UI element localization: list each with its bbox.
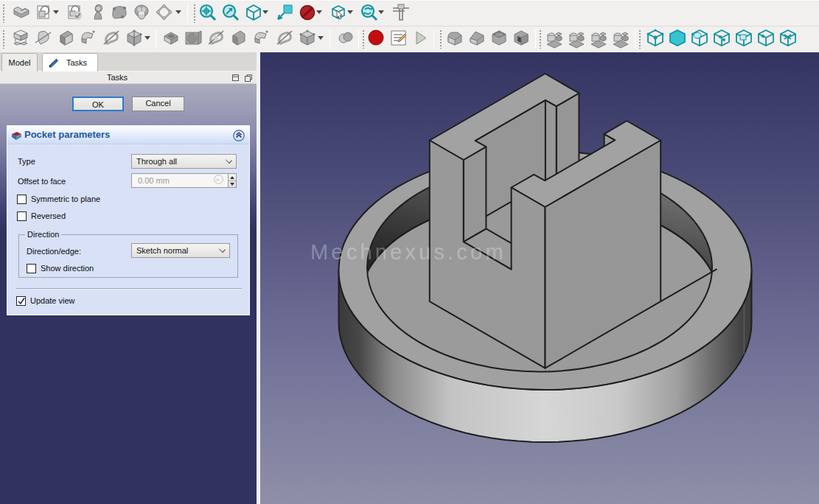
svg-text:fx: fx bbox=[216, 178, 220, 182]
svg-text:Mechnexus.com: Mechnexus.com bbox=[310, 240, 506, 264]
